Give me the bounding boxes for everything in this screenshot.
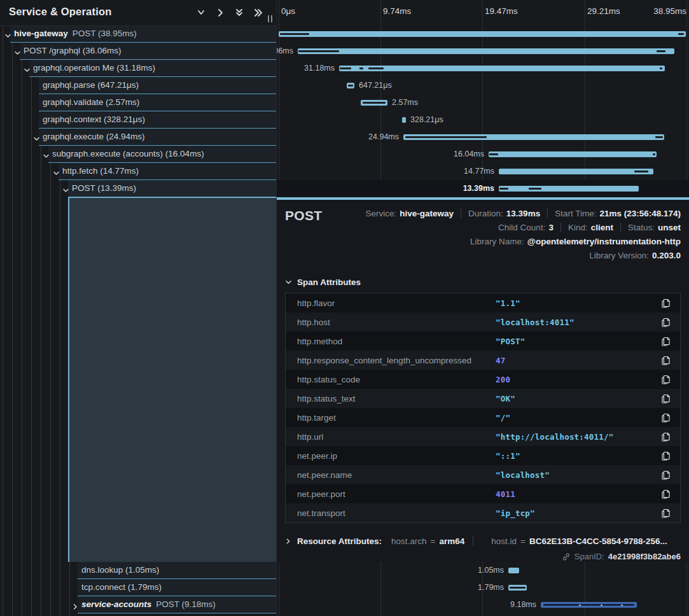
chevron-down-icon[interactable] bbox=[53, 168, 60, 175]
span-tree-row[interactable]: graphql.execute (24.94ms) bbox=[0, 129, 276, 146]
attribute-key: http.host bbox=[297, 318, 496, 327]
timeline-row: 328.21μs bbox=[277, 111, 689, 129]
attribute-row: net.peer.name"localhost" bbox=[286, 465, 680, 484]
meta-value: @opentelemetry/instrumentation-http bbox=[527, 237, 681, 246]
timeline-tick-label: 29.21ms bbox=[587, 6, 620, 16]
timeline-row: 647.21μs bbox=[277, 77, 689, 94]
span-tree-row-label: subgraph.execute (accounts) (16.04ms) bbox=[52, 149, 204, 158]
copy-icon[interactable] bbox=[660, 393, 671, 404]
chevron-down-icon[interactable] bbox=[43, 151, 50, 158]
span-tree-row[interactable]: POST /graphql (36.06ms) bbox=[0, 43, 276, 60]
copy-icon[interactable] bbox=[660, 507, 671, 519]
span-bar[interactable] bbox=[339, 66, 665, 71]
copy-icon[interactable] bbox=[660, 335, 671, 347]
span-bar[interactable] bbox=[279, 31, 686, 37]
span-attributes-toggle[interactable]: Span Attributes bbox=[285, 277, 361, 287]
copy-icon[interactable] bbox=[660, 488, 671, 500]
trace-timeline-viewer: Service & Operation hive-gatewayPOST (38… bbox=[0, 0, 689, 616]
panel-resize-handle[interactable] bbox=[268, 15, 272, 22]
link-icon[interactable] bbox=[562, 552, 571, 561]
span-tree-row[interactable]: graphql.operation Me (31.18ms) bbox=[0, 60, 276, 77]
attribute-value: "::1" bbox=[496, 451, 660, 461]
span-tree-row[interactable]: graphql.parse (647.21μs) bbox=[0, 77, 276, 94]
copy-icon[interactable] bbox=[660, 450, 671, 461]
span-bar[interactable] bbox=[499, 186, 639, 192]
expand-all-icon[interactable] bbox=[253, 8, 263, 17]
chevron-down-icon[interactable] bbox=[33, 134, 40, 141]
span-duration-label: 24.94ms bbox=[368, 132, 399, 141]
span-bar[interactable] bbox=[499, 169, 653, 174]
span-meta-line: Child Count:3Kind:clientStatus:unset bbox=[365, 220, 681, 234]
chevron-down-icon[interactable] bbox=[62, 185, 69, 192]
span-bar[interactable] bbox=[347, 83, 354, 88]
collapse-one-icon[interactable] bbox=[196, 8, 206, 17]
bar-self-time-stripe bbox=[340, 67, 351, 69]
bar-self-time-stripe bbox=[634, 171, 648, 172]
bar-self-time-stripe bbox=[660, 67, 662, 69]
span-bar[interactable] bbox=[508, 568, 519, 573]
bar-self-time-stripe bbox=[359, 67, 363, 69]
span-bar[interactable] bbox=[298, 48, 674, 54]
copy-icon[interactable] bbox=[660, 431, 671, 442]
copy-icon[interactable] bbox=[660, 316, 671, 328]
span-tree-row[interactable]: graphql.context (328.21μs) bbox=[0, 111, 276, 129]
chevron-right-icon[interactable] bbox=[72, 601, 79, 608]
timeline-row: 1.79ms bbox=[277, 579, 689, 596]
timeline-tick-label: 0μs bbox=[281, 6, 295, 16]
timeline-row: 1.05ms bbox=[277, 562, 689, 579]
collapse-all-icon[interactable] bbox=[234, 8, 244, 17]
bar-self-time-stripe bbox=[655, 136, 663, 138]
span-bar[interactable] bbox=[508, 585, 527, 591]
span-meta-field: Library Name:@opentelemetry/instrumentat… bbox=[470, 237, 681, 246]
resource-attributes-toggle[interactable]: Resource Attributes: host.arch=arm64host… bbox=[285, 536, 667, 546]
attribute-key: http.status_text bbox=[297, 394, 496, 403]
span-duration-label: 31.18ms bbox=[304, 64, 335, 73]
span-tree-row[interactable]: graphql.validate (2.57ms) bbox=[0, 94, 276, 111]
span-tree-bottom: dns.lookup (1.05ms)tcp.connect (1.79ms)s… bbox=[0, 562, 276, 616]
chevron-down-icon[interactable] bbox=[4, 31, 11, 38]
attribute-row: net.transport"ip_tcp" bbox=[286, 503, 680, 522]
span-meta-field: Start Time:21ms (23:56:48.174) bbox=[555, 209, 681, 218]
span-tree-row[interactable]: tcp.connect (1.79ms) bbox=[0, 579, 276, 596]
timeline-tick-label: 9.74ms bbox=[383, 6, 411, 16]
span-tree-row[interactable]: http.fetch (14.77ms) bbox=[0, 163, 276, 180]
span-meta-field: Kind:client bbox=[568, 223, 613, 232]
span-tree-row[interactable]: service-accountsPOST (9.18ms) bbox=[0, 596, 276, 613]
attribute-value: "ip_tcp" bbox=[496, 508, 660, 518]
span-tree-top: hive-gatewayPOST (38.95ms)POST /graphql … bbox=[0, 25, 276, 197]
resource-key: host.id bbox=[491, 536, 517, 546]
resource-attributes-preview: host.arch=arm64host.id=BC62E13B-C4CC-585… bbox=[382, 536, 667, 546]
copy-icon[interactable] bbox=[660, 374, 671, 385]
service-name: service-accounts bbox=[81, 599, 151, 609]
span-bar[interactable] bbox=[403, 134, 664, 140]
bar-self-time-stripe bbox=[529, 188, 541, 190]
span-bar[interactable] bbox=[489, 151, 657, 157]
span-tree-row[interactable]: hive-gatewayPOST (38.95ms) bbox=[0, 25, 276, 43]
bar-self-time-stripe bbox=[499, 188, 508, 190]
chevron-down-icon[interactable] bbox=[14, 48, 21, 55]
span-bar[interactable] bbox=[402, 117, 406, 123]
copy-icon[interactable] bbox=[660, 297, 671, 309]
attribute-value: "POST" bbox=[496, 337, 660, 346]
span-duration-label: 647.21μs bbox=[359, 81, 392, 90]
copy-icon[interactable] bbox=[660, 469, 671, 480]
span-tree-row[interactable]: dns.lookup (1.05ms) bbox=[0, 562, 276, 579]
span-tree-row[interactable]: POST (13.39ms) bbox=[0, 180, 276, 197]
span-bar[interactable] bbox=[361, 100, 387, 106]
span-bar[interactable] bbox=[541, 602, 637, 608]
meta-label: Start Time: bbox=[555, 209, 596, 218]
chevron-down-icon[interactable] bbox=[24, 65, 31, 72]
copy-icon[interactable] bbox=[660, 354, 671, 366]
bar-self-time-stripe bbox=[510, 587, 525, 589]
attribute-key: net.peer.port bbox=[297, 489, 496, 499]
span-detail-header: POST Service:hive-gatewayDuration:13.39m… bbox=[285, 206, 681, 262]
meta-label: Child Count: bbox=[498, 223, 545, 232]
timeline-tick-label: 19.47ms bbox=[485, 6, 518, 16]
span-tree-row[interactable]: subgraph.execute (accounts) (16.04ms) bbox=[0, 146, 276, 163]
meta-value: 21ms (23:56:48.174) bbox=[599, 209, 681, 218]
copy-icon[interactable] bbox=[660, 412, 671, 423]
attribute-value: "localhost" bbox=[496, 470, 660, 480]
expand-one-icon[interactable] bbox=[215, 8, 225, 17]
attribute-value: 4011 bbox=[496, 489, 660, 499]
span-meta-field: Status:unset bbox=[628, 223, 681, 232]
